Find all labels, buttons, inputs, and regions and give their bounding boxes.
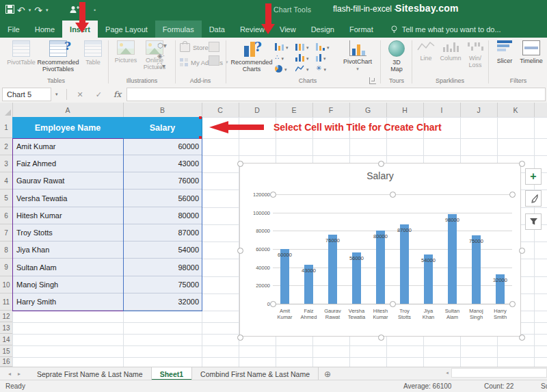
cell-B8[interactable]: 54000: [123, 241, 202, 259]
redo-caret-icon[interactable]: ▾: [46, 8, 49, 13]
row-header-12[interactable]: 12: [0, 311, 13, 322]
chart-bar-gaurav-rawat[interactable]: [328, 235, 337, 304]
addin-recent-icon[interactable]: [209, 42, 219, 52]
selection-handle-icon[interactable]: [390, 301, 396, 307]
cell-B1-header[interactable]: Salary: [123, 117, 202, 138]
tell-me-box[interactable]: Tell me what you want to do...: [390, 21, 501, 38]
row-header-7[interactable]: 7: [0, 224, 13, 241]
chart-filters-button[interactable]: [525, 213, 542, 230]
select-all-corner[interactable]: [0, 103, 13, 117]
chart-bar-hitesh-kumar[interactable]: [376, 231, 385, 304]
column-header-K[interactable]: K: [497, 103, 535, 117]
scroll-left-icon[interactable]: ◂: [443, 369, 451, 377]
redo-icon[interactable]: ↷: [34, 3, 42, 17]
pictures-button[interactable]: Pictures: [112, 40, 139, 64]
row-header-16[interactable]: 16: [0, 357, 13, 367]
ribbon-tab-home[interactable]: Home: [27, 21, 62, 38]
scrollbar-track[interactable]: [451, 368, 547, 378]
ribbon-tab-formulas[interactable]: Formulas: [155, 21, 202, 38]
cell-A9[interactable]: Sultan Alam: [12, 259, 123, 276]
pivottable-button[interactable]: PivotTable: [5, 40, 37, 66]
radar-chart-type-icon[interactable]: ✳▾: [316, 64, 330, 73]
selection-handle-icon[interactable]: [509, 192, 516, 198]
chart-bar-sultan-alam[interactable]: [448, 214, 457, 304]
chart-plot-area[interactable]: 6000043000760005600080000870005400098000…: [273, 194, 512, 304]
selection-handle-icon[interactable]: [237, 248, 243, 254]
row-header-8[interactable]: 8: [0, 241, 13, 259]
cell-B3[interactable]: 43000: [123, 155, 202, 172]
selection-handle-icon[interactable]: [270, 192, 276, 198]
charts-dialog-launcher-icon[interactable]: [369, 77, 376, 84]
cell-A3[interactable]: Faiz Ahmed: [12, 155, 123, 172]
column-header-I[interactable]: I: [423, 103, 461, 117]
selection-handle-icon[interactable]: [378, 335, 384, 341]
cell-B5[interactable]: 56000: [123, 190, 202, 207]
ribbon-tab-page-layout[interactable]: Page Layout: [98, 21, 155, 38]
selection-handle-icon[interactable]: [270, 301, 276, 307]
selection-handle-icon[interactable]: [509, 301, 516, 307]
sheet-tab-sheet1[interactable]: Sheet1: [152, 367, 192, 380]
formula-input[interactable]: [126, 88, 546, 101]
row-header-10[interactable]: 10: [0, 276, 13, 293]
waterfall-chart-type-icon[interactable]: ▾: [316, 42, 330, 51]
row-header-2[interactable]: 2: [0, 138, 13, 155]
horizontal-scrollbar[interactable]: ◂: [443, 368, 547, 378]
name-box-caret-icon[interactable]: ▾: [51, 92, 62, 97]
table-button[interactable]: Table: [81, 40, 105, 66]
ribbon-tab-design[interactable]: Design: [304, 21, 342, 38]
cell-B7[interactable]: 87000: [123, 224, 202, 241]
column-header-B[interactable]: B: [123, 103, 202, 117]
row-header-11[interactable]: 11: [0, 293, 13, 311]
chart-elements-button[interactable]: +: [525, 168, 542, 185]
timeline-button[interactable]: Timeline: [517, 40, 546, 64]
cancel-icon[interactable]: ✕: [71, 90, 90, 99]
sparkline-line-button[interactable]: Line: [416, 40, 436, 62]
my-addins-button[interactable]: My Add-ins ▾: [180, 58, 228, 66]
cell-B9[interactable]: 98000: [123, 259, 202, 276]
chart-bar-manoj-singh[interactable]: [472, 235, 481, 304]
cell-A6[interactable]: Hitesh Kumar: [12, 207, 123, 224]
undo-caret-icon[interactable]: ▾: [29, 8, 31, 13]
cell-A7[interactable]: Troy Stotts: [12, 224, 123, 241]
cell-A5[interactable]: Versha Tewatia: [12, 190, 123, 207]
ribbon-tab-data[interactable]: Data: [202, 21, 232, 38]
chart-title[interactable]: Salary: [240, 170, 520, 181]
sparkline-winloss-button[interactable]: Win/ Loss: [465, 40, 485, 68]
sheet-nav-left-icon[interactable]: ◂: [8, 371, 11, 377]
selection-handle-icon[interactable]: [237, 335, 243, 341]
row-header-14[interactable]: 14: [0, 334, 13, 345]
column-header-C[interactable]: C: [202, 103, 239, 117]
selection-handle-icon[interactable]: [519, 248, 525, 254]
column-chart-type-icon[interactable]: ▾: [275, 42, 289, 51]
cell-B10[interactable]: 75000: [123, 276, 202, 293]
row-header-6[interactable]: 6: [0, 207, 13, 224]
new-sheet-button[interactable]: ⊕: [319, 367, 336, 380]
column-header-H[interactable]: H: [386, 103, 424, 117]
cell-A11[interactable]: Harry Smith: [12, 293, 123, 311]
recommended-charts-button[interactable]: Recommended Charts: [230, 40, 273, 73]
save-icon[interactable]: [5, 3, 14, 17]
selection-handle-icon[interactable]: [519, 161, 525, 167]
selection-handle-icon[interactable]: [378, 161, 384, 167]
undo-icon[interactable]: ↶: [17, 3, 25, 17]
sheet-nav-right-icon[interactable]: ▸: [18, 371, 21, 377]
store-button[interactable]: Store: [180, 43, 209, 52]
worksheet-grid[interactable]: ABCDEFGHIJK 12345678910111213141516 Empl…: [0, 103, 547, 367]
pie-chart-type-icon[interactable]: ▾: [275, 64, 289, 73]
combo-chart-type-icon[interactable]: ▾: [316, 53, 330, 62]
addin-recent2-icon[interactable]: [209, 55, 219, 66]
ribbon-tab-view[interactable]: View: [272, 21, 304, 38]
cell-A1-header[interactable]: Employee Name: [12, 117, 124, 138]
pivotchart-button[interactable]: PivotChart ▾: [340, 40, 375, 73]
cell-A8[interactable]: Jiya Khan: [12, 241, 123, 259]
row-header-4[interactable]: 4: [0, 172, 13, 190]
row-header-9[interactable]: 9: [0, 259, 13, 276]
sparkline-column-button[interactable]: Column: [438, 40, 464, 62]
row-header-3[interactable]: 3: [0, 155, 13, 172]
cell-B2[interactable]: 60000: [123, 138, 202, 155]
ribbon-tab-file[interactable]: File: [0, 21, 27, 38]
recommended-pivottables-button[interactable]: Recommended PivotTables: [38, 40, 78, 73]
row-header-15[interactable]: 15: [0, 345, 13, 357]
scatter-chart-type-icon[interactable]: ∴▾: [275, 53, 289, 62]
screenshot-icon[interactable]: ⛶▾: [157, 62, 167, 70]
